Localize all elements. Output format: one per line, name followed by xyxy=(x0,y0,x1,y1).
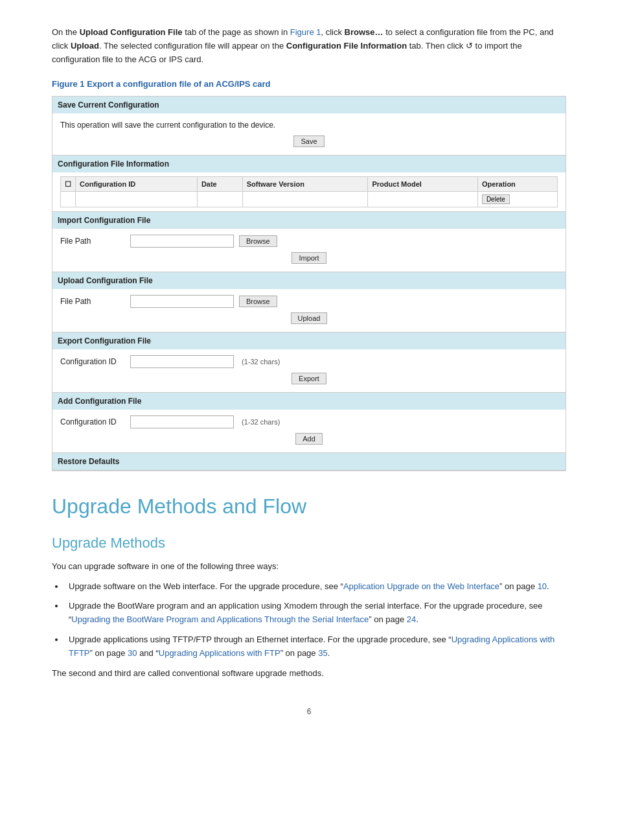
td-empty-product-model xyxy=(368,192,477,207)
upload-file-path-row: File Path Browse xyxy=(60,293,558,310)
upgrade-ftp-link[interactable]: Upgrading Applications with FTP xyxy=(159,648,280,658)
export-button[interactable]: Export xyxy=(292,373,326,384)
bold-browse: Browse… xyxy=(345,27,383,37)
list-item-2: Upgrade the BootWare program and an appl… xyxy=(65,600,566,627)
save-description: This operation will save the current con… xyxy=(60,119,275,131)
config-info-table: ☐ Configuration ID Date Software Version… xyxy=(60,176,558,207)
list-item-1: Upgrade software on the Web interface. F… xyxy=(65,580,566,594)
export-hint: (1-32 chars) xyxy=(242,356,280,368)
th-operation: Operation xyxy=(477,176,557,192)
add-btn-row: Add xyxy=(60,430,558,449)
import-browse-button[interactable]: Browse xyxy=(239,235,277,247)
add-config-id-input[interactable] xyxy=(130,415,234,428)
save-section: Save Current Configuration This operatio… xyxy=(52,97,566,156)
upgrade-methods-subtitle: Upgrade Methods xyxy=(52,532,566,554)
export-btn-row: Export xyxy=(60,370,558,388)
page-35-link[interactable]: 35 xyxy=(318,648,327,658)
td-empty-config-id xyxy=(76,192,198,207)
th-product-model: Product Model xyxy=(368,176,477,192)
delete-button[interactable]: Delete xyxy=(482,194,510,204)
upgrade-intro-text: You can upgrade software in one of the f… xyxy=(52,560,566,574)
td-empty-checkbox xyxy=(61,192,76,207)
import-file-path-input[interactable] xyxy=(130,235,234,248)
bold-upload-config: Upload Configuration File xyxy=(80,27,183,37)
figure-caption: Figure 1 Export a configuration file of … xyxy=(52,78,566,91)
figure1-link[interactable]: Figure 1 xyxy=(290,27,321,37)
bold-upload: Upload xyxy=(71,41,99,51)
th-config-id: Configuration ID xyxy=(76,176,198,192)
page-24-link[interactable]: 24 xyxy=(407,614,416,624)
add-section-header: Add Configuration File xyxy=(52,393,566,410)
restore-section-header: Restore Defaults xyxy=(52,453,566,470)
upload-section-header: Upload Configuration File xyxy=(52,272,566,289)
save-section-header: Save Current Configuration xyxy=(52,97,566,113)
upload-browse-button[interactable]: Browse xyxy=(239,296,277,307)
save-btn-row: Save xyxy=(60,133,558,151)
add-config-id-row: Configuration ID (1-32 chars) xyxy=(60,414,558,430)
table-header-row: ☐ Configuration ID Date Software Version… xyxy=(61,176,558,192)
config-ui-figure: Save Current Configuration This operatio… xyxy=(52,96,566,471)
upload-button[interactable]: Upload xyxy=(291,312,328,324)
page-30-link[interactable]: 30 xyxy=(128,648,137,658)
import-file-path-row: File Path Browse xyxy=(60,233,558,250)
upload-file-path-input[interactable] xyxy=(130,295,234,308)
config-info-section: Configuration File Information ☐ Configu… xyxy=(52,156,566,212)
list-item-3: Upgrade applications using TFTP/FTP thro… xyxy=(65,633,566,660)
add-config-id-label: Configuration ID xyxy=(60,416,125,428)
upload-btn-row: Upload xyxy=(60,310,558,328)
add-hint: (1-32 chars) xyxy=(242,417,280,428)
save-section-body: This operation will save the current con… xyxy=(52,113,566,155)
upload-section-body: File Path Browse Upload xyxy=(52,289,566,332)
th-software-version: Software Version xyxy=(242,176,368,192)
config-info-header: Configuration File Information xyxy=(52,156,566,172)
intro-paragraph: On the Upload Configuration File tab of … xyxy=(52,26,566,66)
import-icon: ↺ xyxy=(466,40,473,53)
page-number: 6 xyxy=(52,706,566,718)
export-config-id-label: Configuration ID xyxy=(60,356,125,368)
import-btn-row: Import xyxy=(60,250,558,268)
export-section-header: Export Configuration File xyxy=(52,332,566,349)
restore-section: Restore Defaults xyxy=(52,453,566,471)
app-upgrade-web-link[interactable]: Application Upgrade on the Web Interface xyxy=(343,581,499,591)
import-button[interactable]: Import xyxy=(292,252,326,264)
import-section-body: File Path Browse Import xyxy=(52,229,566,272)
export-config-id-row: Configuration ID (1-32 chars) xyxy=(60,353,558,370)
save-description-row: This operation will save the current con… xyxy=(60,117,558,133)
save-button[interactable]: Save xyxy=(293,135,324,147)
import-file-path-label: File Path xyxy=(60,235,125,247)
export-section: Export Configuration File Configuration … xyxy=(52,332,566,393)
bootware-serial-link[interactable]: Upgrading the BootWare Program and Appli… xyxy=(71,614,369,624)
add-section-body: Configuration ID (1-32 chars) Add xyxy=(52,410,566,452)
export-config-id-input[interactable] xyxy=(130,355,234,368)
import-section: Import Configuration File File Path Brow… xyxy=(52,212,566,272)
td-empty-software-version xyxy=(242,192,368,207)
td-empty-date xyxy=(197,192,242,207)
td-empty-operation: Delete xyxy=(477,192,557,207)
page-10-link[interactable]: 10 xyxy=(538,581,547,591)
upload-section: Upload Configuration File File Path Brow… xyxy=(52,272,566,332)
th-checkbox: ☐ xyxy=(61,176,76,192)
add-button[interactable]: Add xyxy=(295,433,323,445)
upgrade-tftp-link[interactable]: Upgrading Applications with TFTP xyxy=(69,635,555,658)
footer-text: The second and third are called conventi… xyxy=(52,667,566,681)
upload-file-path-label: File Path xyxy=(60,296,125,307)
upgrade-methods-flow-title: Upgrade Methods and Flow xyxy=(52,491,566,522)
export-section-body: Configuration ID (1-32 chars) Export xyxy=(52,349,566,392)
add-section: Add Configuration File Configuration ID … xyxy=(52,393,566,453)
upgrade-bullet-list: Upgrade software on the Web interface. F… xyxy=(52,580,566,660)
bold-config-file-info: Configuration File Information xyxy=(286,41,407,51)
import-section-header: Import Configuration File xyxy=(52,212,566,229)
th-date: Date xyxy=(197,176,242,192)
table-empty-row: Delete xyxy=(61,192,558,207)
config-info-table-section: ☐ Configuration ID Date Software Version… xyxy=(52,172,566,211)
